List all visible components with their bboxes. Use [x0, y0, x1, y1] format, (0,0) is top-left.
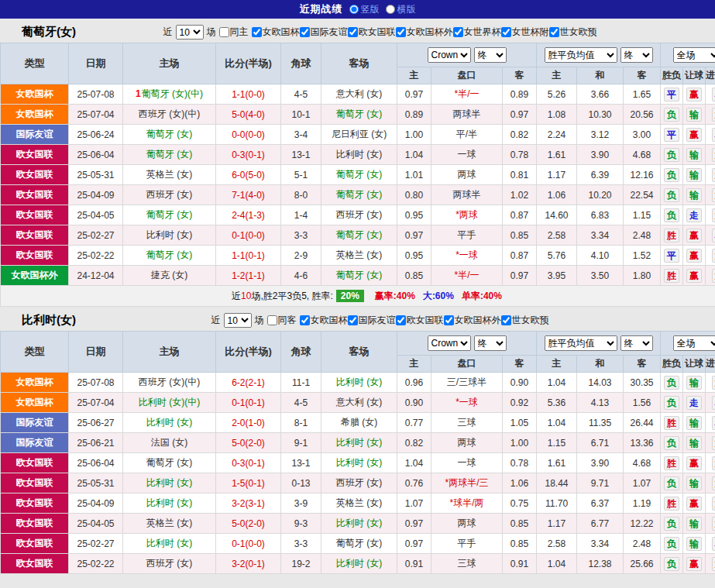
home-team[interactable]: 捷克 (女)	[123, 266, 216, 286]
away-team[interactable]: 尼日利亚 (女)	[321, 125, 397, 145]
home-team[interactable]: 比利时 (女)	[123, 473, 216, 493]
fulltime-select[interactable]: 全场	[673, 335, 715, 351]
away-team[interactable]: 西班牙 (女)	[321, 473, 397, 493]
home-team[interactable]: 葡萄牙 (女)	[123, 145, 216, 165]
home-team[interactable]: 比利时 (女)(中)	[123, 393, 216, 413]
competition-badge[interactable]: 欧女国联	[1, 514, 69, 534]
competition-badge[interactable]: 欧女国联	[1, 534, 69, 554]
match-count-select[interactable]: 10	[224, 313, 252, 328]
competition-badge[interactable]: 国际友谊	[1, 125, 69, 145]
competition-filter[interactable]: 国际友谊	[348, 314, 396, 327]
home-team[interactable]: 英格兰 (女)	[123, 165, 216, 185]
away-team[interactable]: 葡萄牙 (女)	[321, 185, 397, 205]
competition-checkbox[interactable]	[348, 27, 358, 37]
layout-horizontal-option[interactable]: 横版	[386, 3, 416, 16]
competition-filter[interactable]: 女欧国杯外	[396, 26, 453, 39]
same-venue-filter[interactable]: 同客	[267, 314, 297, 327]
away-team[interactable]: 意大利 (女)	[321, 84, 397, 105]
competition-badge[interactable]: 女欧国杯	[1, 105, 69, 125]
same-venue-checkbox[interactable]	[267, 315, 277, 325]
home-team[interactable]: 西班牙 (女)	[123, 185, 216, 205]
away-team[interactable]: 英格兰 (女)	[321, 493, 397, 514]
home-team[interactable]: 比利时 (女)	[123, 534, 216, 554]
away-team[interactable]: 英格兰 (女)	[321, 246, 397, 266]
competition-badge[interactable]: 国际友谊	[1, 413, 69, 433]
competition-checkbox[interactable]	[300, 27, 310, 37]
same-venue-filter[interactable]: 同主	[219, 26, 249, 39]
same-venue-checkbox[interactable]	[219, 27, 229, 37]
away-team[interactable]: 比利时 (女)	[321, 145, 397, 165]
away-team[interactable]: 希腊 (女)	[321, 413, 397, 433]
home-team[interactable]: 西班牙 (女)(中)	[123, 373, 216, 393]
europe-odds-select[interactable]: 胜平负均值	[545, 47, 617, 63]
home-team[interactable]: 葡萄牙 (女)	[123, 246, 216, 266]
away-team[interactable]: 比利时 (女)	[321, 373, 397, 393]
away-team[interactable]: 意大利 (女)	[321, 393, 397, 413]
home-team[interactable]: 1葡萄牙 (女)(中)	[123, 84, 216, 105]
layout-vertical-option[interactable]: 竖版	[349, 3, 380, 16]
competition-badge[interactable]: 国际友谊	[1, 433, 69, 453]
home-team[interactable]: 葡萄牙 (女)	[123, 453, 216, 473]
europe-odds-select[interactable]: 胜平负均值	[545, 335, 617, 351]
asia-final-select[interactable]: 终	[474, 335, 507, 351]
competition-badge[interactable]: 欧女国联	[1, 246, 69, 266]
competition-checkbox[interactable]	[501, 27, 511, 37]
away-team[interactable]: 比利时 (女)	[321, 433, 397, 453]
horizontal-radio[interactable]	[386, 5, 395, 14]
away-team[interactable]: 葡萄牙 (女)	[321, 165, 397, 185]
home-team[interactable]: 葡萄牙 (女)	[123, 125, 216, 145]
home-team[interactable]: 比利时 (女)	[123, 413, 216, 433]
competition-filter[interactable]: 女欧国杯	[300, 314, 348, 327]
away-team[interactable]: 葡萄牙 (女)	[321, 105, 397, 125]
competition-filter[interactable]: 欧女国联	[348, 26, 396, 39]
bookmaker-select[interactable]: Crown	[428, 335, 471, 351]
home-team[interactable]: 比利时 (女)	[123, 225, 216, 246]
competition-filter[interactable]: 女世杯附	[501, 26, 549, 39]
competition-filter[interactable]: 女世界杯	[453, 26, 501, 39]
away-team[interactable]: 比利时 (女)	[321, 514, 397, 534]
competition-badge[interactable]: 欧女国联	[1, 205, 69, 225]
away-team[interactable]: 葡萄牙 (女)	[321, 266, 397, 286]
competition-filter[interactable]: 女欧国杯	[252, 26, 300, 39]
home-team[interactable]: 法国 (女)	[123, 433, 216, 453]
home-team[interactable]: 西班牙 (女)	[123, 554, 216, 574]
competition-badge[interactable]: 欧女国联	[1, 493, 69, 514]
europe-final-select[interactable]: 终	[620, 47, 653, 63]
away-team[interactable]: 比利时 (女)	[321, 453, 397, 473]
home-team[interactable]: 葡萄牙 (女)	[123, 205, 216, 225]
competition-checkbox[interactable]	[501, 315, 511, 325]
competition-checkbox[interactable]	[453, 27, 463, 37]
competition-filter[interactable]: 国际友谊	[300, 26, 348, 39]
competition-checkbox[interactable]	[444, 315, 454, 325]
competition-badge[interactable]: 欧女国联	[1, 554, 69, 574]
competition-badge[interactable]: 欧女国联	[1, 145, 69, 165]
competition-badge[interactable]: 欧女国联	[1, 185, 69, 205]
match-count-select[interactable]: 10	[176, 25, 204, 40]
europe-final-select[interactable]: 终	[620, 335, 653, 351]
competition-checkbox[interactable]	[396, 27, 406, 37]
competition-checkbox[interactable]	[549, 27, 559, 37]
competition-badge[interactable]: 欧女国联	[1, 473, 69, 493]
competition-badge[interactable]: 女欧国杯	[1, 393, 69, 413]
competition-checkbox[interactable]	[396, 315, 406, 325]
asia-final-select[interactable]: 终	[474, 47, 507, 63]
away-team[interactable]: 比利时 (女)	[321, 554, 397, 574]
away-team[interactable]: 西班牙 (女)	[321, 205, 397, 225]
fulltime-select[interactable]: 全场	[673, 47, 715, 63]
home-team[interactable]: 西班牙 (女)(中)	[123, 105, 216, 125]
competition-badge[interactable]: 女欧国杯	[1, 373, 69, 393]
competition-filter[interactable]: 世女欧预	[549, 26, 597, 39]
competition-badge[interactable]: 女欧国杯	[1, 84, 69, 105]
competition-filter[interactable]: 欧女国联	[396, 314, 444, 327]
bookmaker-select[interactable]: Crown	[428, 47, 471, 63]
away-team[interactable]: 葡萄牙 (女)	[321, 534, 397, 554]
competition-badge[interactable]: 女欧国杯外	[1, 266, 69, 286]
competition-badge[interactable]: 欧女国联	[1, 225, 69, 246]
competition-checkbox[interactable]	[300, 315, 310, 325]
competition-filter[interactable]: 女欧国杯外	[444, 314, 501, 327]
competition-badge[interactable]: 欧女国联	[1, 165, 69, 185]
away-team[interactable]: 葡萄牙 (女)	[321, 225, 397, 246]
competition-checkbox[interactable]	[348, 315, 358, 325]
home-team[interactable]: 英格兰 (女)	[123, 514, 216, 534]
competition-badge[interactable]: 欧女国联	[1, 453, 69, 473]
